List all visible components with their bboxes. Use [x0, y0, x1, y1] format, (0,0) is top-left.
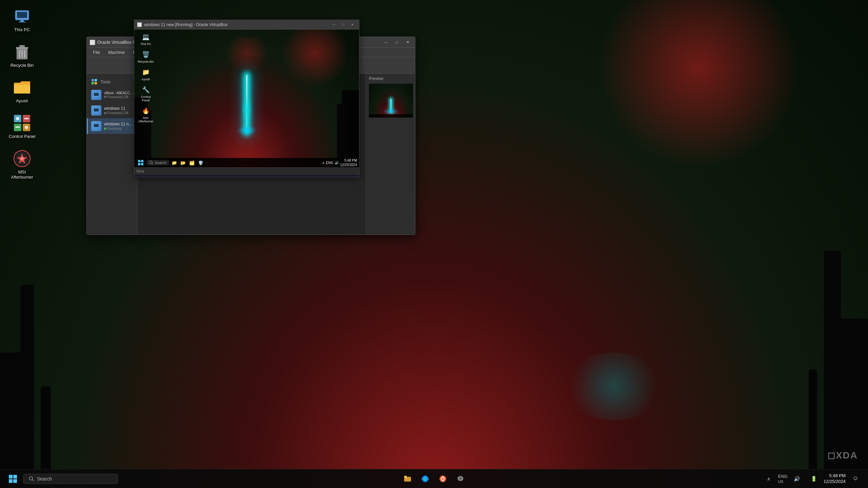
this-pc-icon: [13, 7, 32, 25]
vm-taskbar-icon-4[interactable]: 🛡️: [197, 159, 204, 166]
svg-rect-15: [24, 118, 29, 119]
msi-afterburner-icon: [13, 149, 32, 168]
vm-item-windows11[interactable]: windows 11 Powered Off: [87, 103, 137, 118]
msi-afterburner-label: MSI Afterburner: [7, 169, 37, 180]
svg-rect-45: [94, 124, 99, 127]
svg-rect-55: [13, 475, 17, 479]
svg-point-14: [16, 117, 19, 120]
vm-icon-recycle-bin[interactable]: 🗑️ Recycle Bin: [137, 50, 155, 63]
desktop-icons-area: This PC Recycle Bin: [7, 7, 37, 180]
network-icon[interactable]: 🔊: [790, 471, 805, 486]
svg-rect-2: [20, 20, 24, 22]
vm-title-text: windows 11 new [Running] - Oracle Virtua…: [144, 22, 330, 27]
svg-rect-43: [95, 113, 98, 114]
vm-screen[interactable]: 💻 This PC 🗑️ Recycle Bin 📁 Ayush 🔧: [134, 29, 359, 167]
svg-rect-41: [94, 108, 99, 111]
vbox-close-button[interactable]: ✕: [403, 39, 412, 46]
taskbar-settings-button[interactable]: [453, 471, 468, 486]
desktop-icon-control-panel[interactable]: Control Panel: [7, 114, 37, 139]
svg-rect-61: [404, 476, 407, 478]
svg-rect-48: [138, 160, 140, 162]
taskbar-explorer-button[interactable]: [400, 471, 415, 486]
svg-rect-34: [92, 82, 94, 84]
vm-status-text: None: [136, 169, 144, 173]
notification-button[interactable]: 🗨: [848, 471, 863, 486]
search-label: Search: [37, 476, 52, 482]
control-panel-icon: [13, 114, 32, 132]
vm-control-icon: 🔧: [141, 85, 151, 95]
tools-label: Tools: [100, 79, 111, 84]
vm-title-icon: ⬜: [137, 22, 142, 27]
vm-item-viboot[interactable]: viBoot - A9EACC0… Powered Off: [87, 87, 137, 103]
vm-maximize-button[interactable]: □: [339, 22, 347, 28]
language-indicator: ENG US: [778, 474, 788, 484]
desktop: This PC Recycle Bin: [0, 0, 868, 488]
svg-point-67: [459, 477, 462, 480]
vm-this-pc-label: This PC: [140, 42, 151, 46]
preview-label: Preview: [369, 76, 412, 81]
vbox-minimize-button[interactable]: ─: [381, 39, 391, 46]
vbox-preview-panel: Preview: [366, 74, 415, 235]
vm-ayush-label: Ayush: [142, 78, 150, 81]
menu-machine[interactable]: Machine: [105, 49, 128, 56]
svg-rect-42: [95, 113, 97, 113]
vm-recycle-icon: 🗑️: [141, 50, 151, 59]
desktop-icon-recycle-bin[interactable]: Recycle Bin: [7, 42, 37, 68]
svg-rect-5: [16, 47, 28, 49]
svg-point-66: [442, 478, 444, 480]
vm-start-button[interactable]: [136, 159, 145, 166]
svg-point-17: [25, 126, 28, 129]
battery-icon[interactable]: 🔋: [807, 471, 822, 486]
vm-item-windows11new[interactable]: windows 11 new Running: [87, 118, 137, 134]
status-dot-windows11new: [104, 127, 106, 130]
vbox-maximize-button[interactable]: □: [392, 39, 401, 46]
taskbar-search-bar[interactable]: Search: [23, 474, 118, 484]
vm-recycle-label: Recycle Bin: [138, 60, 154, 63]
taskbar-brave-button[interactable]: [435, 471, 450, 486]
svg-rect-38: [95, 97, 97, 98]
taskbar-browser-button[interactable]: [418, 471, 433, 486]
svg-rect-39: [95, 98, 98, 98]
clock[interactable]: 5:48 PM 12/25/2024: [824, 473, 846, 485]
vm-icon-control-panel[interactable]: 🔧 Control Panel: [137, 85, 155, 102]
svg-rect-56: [9, 479, 13, 483]
vm-close-button[interactable]: ✕: [348, 22, 356, 28]
vm-icon-ayush[interactable]: 📁 Ayush: [137, 67, 155, 81]
vm-search-bar[interactable]: Search: [146, 160, 169, 165]
recycle-bin-icon: [13, 42, 32, 61]
vm-clock[interactable]: 5:48 PM 12/25/2024: [340, 158, 357, 167]
vm-taskbar-icon-3[interactable]: 🗂️: [188, 159, 196, 166]
svg-rect-35: [95, 82, 97, 84]
vm-icon-msi[interactable]: 🔥 MSI Afterburner: [137, 106, 155, 123]
vm-icon-this-pc[interactable]: 💻 This PC: [137, 32, 155, 46]
vm-taskbar-icon-1[interactable]: 📁: [171, 159, 178, 166]
vm-minimize-button[interactable]: ─: [330, 22, 338, 28]
vm-titlebar[interactable]: ⬜ windows 11 new [Running] - Oracle Virt…: [134, 20, 359, 29]
vm-wallpaper: 💻 This PC 🗑️ Recycle Bin 📁 Ayush 🔧: [134, 29, 359, 167]
vm-taskbar: Search 📁 📂 🗂️ 🛡️ ∧ ENG 🔊 5:48 PM 12/25/2…: [134, 158, 359, 167]
vm-taskbar-icon-2[interactable]: 📂: [179, 159, 187, 166]
svg-rect-49: [141, 160, 143, 162]
tray-chevron-button[interactable]: ∧: [761, 471, 776, 486]
vm-name-windows11new: windows 11 new: [104, 122, 134, 126]
ayush-folder-icon: [13, 78, 32, 97]
preview-thumbnail: [369, 84, 413, 118]
vm-tray-chevron[interactable]: ∧: [322, 161, 324, 165]
vm-date: 12/25/2024: [340, 163, 357, 167]
svg-rect-50: [138, 163, 140, 165]
svg-point-20: [20, 157, 24, 160]
vm-desktop-icons: 💻 This PC 🗑️ Recycle Bin 📁 Ayush 🔧: [137, 32, 155, 123]
desktop-icon-msi-afterburner[interactable]: MSI Afterburner: [7, 149, 37, 180]
vm-tools-item[interactable]: Tools: [87, 76, 137, 87]
svg-rect-46: [95, 128, 97, 129]
status-dot-viboot: [104, 96, 106, 98]
vm-network-icon: 🔊: [335, 161, 339, 165]
vbox-title-icon: ⬜: [90, 40, 95, 45]
clock-date: 12/25/2024: [824, 479, 846, 485]
menu-file[interactable]: File: [90, 49, 103, 56]
desktop-icon-ayush[interactable]: Ayush: [7, 78, 37, 103]
vm-info-windows11new: windows 11 new Running: [104, 122, 134, 130]
svg-rect-51: [141, 163, 143, 165]
desktop-icon-this-pc[interactable]: This PC: [7, 7, 37, 32]
start-button[interactable]: [5, 471, 20, 486]
